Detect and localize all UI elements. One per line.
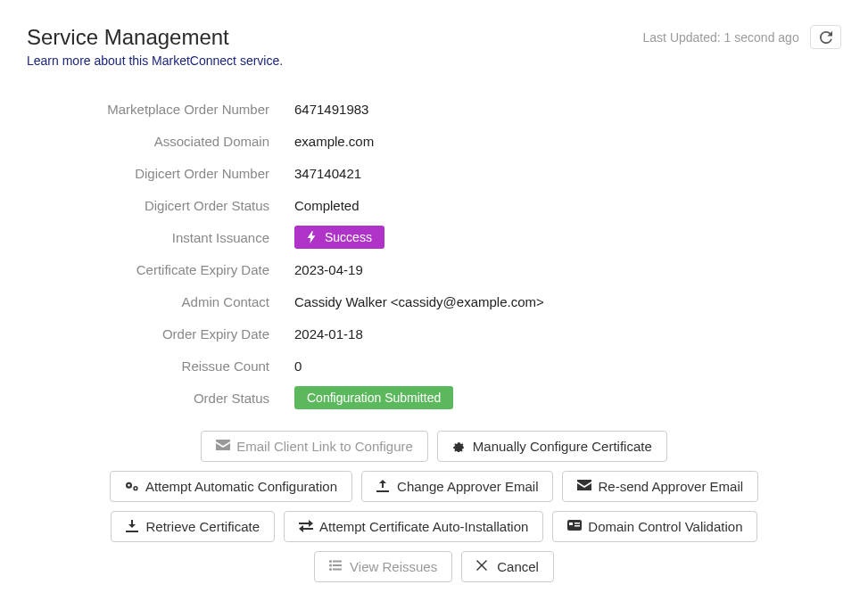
refresh-button[interactable] <box>810 25 841 49</box>
order-status-badge: Configuration Submitted <box>294 386 453 409</box>
resend-approver-label: Re-send Approver Email <box>598 479 743 494</box>
label-reissue-count: Reissue Count <box>27 358 294 374</box>
upload-icon <box>376 480 390 493</box>
auto-config-label: Attempt Automatic Configuration <box>145 479 337 494</box>
download-icon <box>126 520 139 533</box>
svg-point-6 <box>329 564 332 567</box>
order-status-badge-text: Configuration Submitted <box>307 391 441 405</box>
manual-config-label: Manually Configure Certificate <box>473 439 652 454</box>
email-client-label: Email Client Link to Configure <box>236 439 413 454</box>
cancel-label: Cancel <box>497 559 539 574</box>
envelope-icon <box>216 440 229 453</box>
actions-row: Email Client Link to Configure Manually … <box>27 431 841 582</box>
label-admin-contact: Admin Contact <box>27 294 294 309</box>
value-order-expiry: 2024-01-18 <box>294 326 363 342</box>
details-section: Marketplace Order Number 6471491983 Asso… <box>27 97 841 409</box>
retrieve-cert-label: Retrieve Certificate <box>146 519 260 534</box>
change-approver-label: Change Approver Email <box>397 479 538 494</box>
change-approver-button[interactable]: Change Approver Email <box>361 471 553 502</box>
value-digicert-order: 347140421 <box>294 166 361 181</box>
refresh-icon <box>820 31 831 43</box>
svg-rect-3 <box>575 525 580 527</box>
id-card-icon <box>567 520 581 533</box>
instant-issuance-badge-text: Success <box>325 230 372 244</box>
last-updated-text: Last Updated: 1 second ago <box>643 30 799 45</box>
value-digicert-status: Completed <box>294 198 360 213</box>
svg-rect-9 <box>333 569 342 571</box>
auto-install-button[interactable]: Attempt Certificate Auto-Installation <box>284 511 543 542</box>
value-cert-expiry: 2023-04-19 <box>294 262 363 277</box>
svg-rect-5 <box>333 561 342 563</box>
svg-point-8 <box>329 568 332 571</box>
learn-more-link[interactable]: Learn more about this MarketConnect serv… <box>27 54 283 68</box>
auto-install-label: Attempt Certificate Auto-Installation <box>319 519 528 534</box>
gears-icon <box>125 480 138 493</box>
view-reissues-button[interactable]: View Reissues <box>314 551 452 582</box>
label-order-expiry: Order Expiry Date <box>27 326 294 342</box>
label-marketplace-order: Marketplace Order Number <box>27 102 294 117</box>
list-icon <box>329 560 343 573</box>
close-icon <box>476 560 490 573</box>
value-associated-domain: example.com <box>294 134 374 149</box>
instant-issuance-badge: Success <box>294 226 384 249</box>
cancel-button[interactable]: Cancel <box>461 551 554 582</box>
bolt-icon <box>307 231 319 243</box>
view-reissues-label: View Reissues <box>350 559 437 574</box>
value-marketplace-order: 6471491983 <box>294 102 368 117</box>
auto-config-button[interactable]: Attempt Automatic Configuration <box>110 471 352 502</box>
gear-icon <box>452 440 466 453</box>
header-left: Service Management Learn more about this… <box>27 25 283 69</box>
envelope-icon <box>577 480 591 493</box>
label-cert-expiry: Certificate Expiry Date <box>27 262 294 277</box>
label-digicert-order: Digicert Order Number <box>27 166 294 181</box>
dcv-button[interactable]: Domain Control Validation <box>552 511 757 542</box>
page-title: Service Management <box>27 25 283 50</box>
value-admin-contact: Cassidy Walker <cassidy@example.com> <box>294 294 544 309</box>
label-associated-domain: Associated Domain <box>27 134 294 149</box>
svg-rect-7 <box>333 564 342 566</box>
resend-approver-button[interactable]: Re-send Approver Email <box>562 471 758 502</box>
label-digicert-status: Digicert Order Status <box>27 198 294 213</box>
label-order-status: Order Status <box>27 391 294 406</box>
header-right: Last Updated: 1 second ago <box>643 25 841 49</box>
svg-rect-1 <box>569 523 573 525</box>
manual-config-button[interactable]: Manually Configure Certificate <box>437 431 667 462</box>
dcv-label: Domain Control Validation <box>588 519 742 534</box>
retrieve-cert-button[interactable]: Retrieve Certificate <box>111 511 276 542</box>
email-client-button[interactable]: Email Client Link to Configure <box>201 431 428 462</box>
label-instant-issuance: Instant Issuance <box>27 230 294 245</box>
value-reissue-count: 0 <box>294 358 302 374</box>
svg-point-4 <box>329 560 332 563</box>
svg-rect-2 <box>575 523 580 524</box>
exchange-icon <box>299 520 312 533</box>
